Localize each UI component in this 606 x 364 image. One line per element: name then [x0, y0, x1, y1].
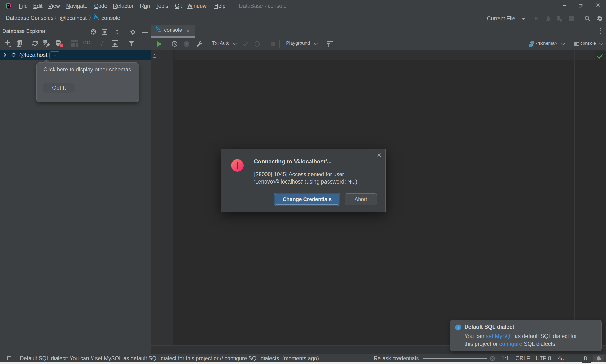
svg-text:QL: QL — [113, 42, 117, 46]
svg-text:p: p — [186, 42, 188, 46]
svg-text:DG: DG — [7, 4, 10, 7]
